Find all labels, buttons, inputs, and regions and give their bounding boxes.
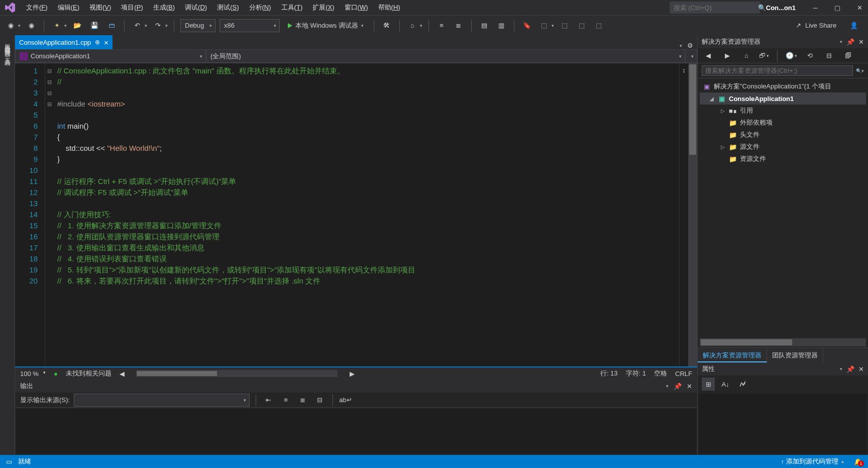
se-history-icon[interactable]: 🕘▾ — [786, 52, 797, 59]
menu-file[interactable]: 文件(F) — [22, 1, 52, 14]
se-hscroll-thumb[interactable] — [701, 339, 792, 345]
tab-close-icon[interactable]: × — [104, 38, 108, 47]
save-button[interactable]: 💾 — [88, 19, 101, 32]
se-sync-icon[interactable]: 🗗▾ — [759, 52, 769, 59]
overview-ruler[interactable]: ↕ — [679, 63, 688, 366]
window-close-icon[interactable]: ✕ — [855, 3, 864, 12]
open-file-button[interactable]: 📂 — [71, 19, 84, 32]
menu-view[interactable]: 视图(V) — [85, 1, 115, 14]
menu-edit[interactable]: 编辑(E) — [54, 1, 83, 14]
source-control-button[interactable]: ↑ 添加到源代码管理 ▲ — [778, 457, 848, 466]
toolbar-icon-2[interactable]: ⌂▾ — [406, 19, 422, 32]
solution-node[interactable]: ▣ 解决方案"ConsoleApplication1"(1 个项目 — [700, 80, 866, 92]
editor-vscrollbar[interactable] — [688, 63, 697, 366]
tab-active[interactable]: ConsoleApplication1.cpp ⊕ × — [15, 35, 113, 49]
vscroll-thumb[interactable] — [689, 64, 696, 155]
comment-icon[interactable]: ▤ — [478, 19, 491, 32]
properties-body[interactable] — [699, 394, 867, 454]
props-cat-icon[interactable]: ⊞ — [702, 378, 715, 391]
tree-node[interactable]: 📁 资源文件 — [700, 153, 866, 165]
output-tb-icon-4[interactable]: ⊟ — [313, 394, 327, 407]
live-share-button[interactable]: ↗ Live Share 👤 — [790, 22, 864, 29]
hscroll-right-icon[interactable]: ▶ — [350, 370, 355, 378]
tree-node[interactable]: ▷ 📁 源文件 — [700, 141, 866, 153]
new-project-button[interactable]: ✦▾ — [50, 19, 67, 32]
tab-solution-explorer[interactable]: 解决方案资源管理器 — [698, 348, 767, 362]
nav-project-combo[interactable]: ConsoleApplication1 — [15, 49, 206, 63]
menu-debug[interactable]: 调试(D) — [181, 1, 211, 14]
platform-combo[interactable]: x86 — [220, 19, 280, 32]
tab-settings-gear-icon[interactable]: ⚙ — [687, 42, 693, 49]
props-close-icon[interactable]: ✕ — [858, 365, 864, 373]
save-all-button[interactable]: 🗃 — [105, 19, 118, 32]
bookmark-icon[interactable]: 🔖 — [520, 19, 533, 32]
menu-help[interactable]: 帮助(H) — [374, 1, 404, 14]
start-debug-button[interactable]: 本地 Windows 调试器 ▾ — [284, 19, 368, 32]
toolbar-icon-11[interactable]: ⬚ — [575, 19, 588, 32]
toolbar-outdent-icon[interactable]: ≣ — [452, 19, 465, 32]
redo-button[interactable]: ↷▾ — [151, 19, 168, 32]
se-pin-icon[interactable]: 📌 — [846, 38, 854, 46]
tree-node[interactable]: 📁 头文件 — [700, 129, 866, 141]
output-close-icon[interactable]: ✕ — [687, 383, 692, 390]
se-refresh-icon[interactable]: ⟲ — [803, 49, 816, 62]
hscroll-thumb[interactable] — [137, 371, 217, 376]
menu-analyze[interactable]: 分析(N) — [245, 1, 275, 14]
code-area[interactable]: // ConsoleApplication1.cpp : 此文件包含 "main… — [53, 63, 679, 366]
toolbox-tab[interactable]: 工具箱 — [3, 53, 12, 56]
toolbar-icon-9[interactable]: ⬚▾ — [537, 19, 554, 32]
se-collapse-icon[interactable]: ⊟ — [822, 49, 835, 62]
window-maximize-icon[interactable]: ▢ — [833, 3, 842, 12]
uncomment-icon[interactable]: ▥ — [495, 19, 508, 32]
split-icon[interactable]: ↕ — [682, 66, 686, 74]
se-back-icon[interactable]: ◀ — [702, 49, 715, 62]
user-icon[interactable]: 👤 — [850, 22, 858, 29]
menu-extensions[interactable]: 扩展(X) — [308, 1, 338, 14]
output-wrap-icon[interactable]: ab↵ — [339, 394, 352, 407]
project-node[interactable]: ◢ ▣ ConsoleApplication1 — [700, 92, 866, 105]
props-events-icon[interactable]: 🗲 — [736, 378, 749, 391]
fold-column[interactable]: ⊟ ⊟ ⊟ ⊟ — [45, 63, 53, 366]
server-explorer-tab[interactable]: 服务器资源管理器 — [3, 39, 12, 47]
pin-icon[interactable]: ⊕ — [95, 39, 100, 46]
expander-icon[interactable]: ◢ — [709, 96, 715, 102]
se-menu-icon[interactable]: ▾ — [840, 39, 842, 44]
quick-launch[interactable]: 🔍 — [670, 2, 760, 14]
quick-launch-input[interactable] — [674, 4, 758, 12]
output-tb-icon-1[interactable]: ⇤ — [262, 394, 275, 407]
nav-back-button[interactable]: ◉▾ — [4, 19, 21, 32]
toolbar-icon-10[interactable]: ⬚ — [558, 19, 571, 32]
menu-project[interactable]: 项目(P) — [117, 1, 147, 14]
expander-icon[interactable]: ▷ — [720, 144, 726, 150]
props-menu-icon[interactable]: ▾ — [840, 366, 842, 371]
zoom-combo[interactable]: 100 % — [20, 370, 46, 378]
nav-scope-combo[interactable]: (全局范围) — [206, 49, 685, 63]
nav-member-combo[interactable] — [685, 49, 697, 63]
toolbar-icon-1[interactable]: 🛠 — [380, 19, 393, 32]
tab-team-explorer[interactable]: 团队资源管理器 — [767, 348, 823, 362]
menu-tools[interactable]: 工具(T) — [277, 1, 307, 14]
props-az-icon[interactable]: A↓ — [719, 378, 732, 391]
config-combo[interactable]: Debug — [180, 19, 215, 32]
se-search-input[interactable] — [702, 65, 853, 76]
notifications-button[interactable]: 🔔 1 — [854, 458, 862, 465]
tree-node[interactable]: ▷ ■∎ 引用 — [700, 105, 866, 117]
se-showall-icon[interactable]: 🗐 — [841, 49, 854, 62]
output-tb-icon-2[interactable]: ≡ — [279, 394, 292, 407]
editor-hscrollbar[interactable] — [137, 370, 338, 377]
se-search-options-icon[interactable]: 🔍▾ — [856, 68, 864, 73]
window-minimize-icon[interactable]: ─ — [811, 3, 820, 12]
menu-test[interactable]: 测试(S) — [213, 1, 243, 14]
toolbar-icon-12[interactable]: ⬚ — [592, 19, 605, 32]
props-pin-icon[interactable]: 📌 — [846, 365, 854, 373]
se-close-icon[interactable]: ✕ — [858, 38, 864, 46]
undo-button[interactable]: ↶▾ — [131, 19, 147, 32]
menu-build[interactable]: 生成(B) — [149, 1, 179, 14]
output-menu-icon[interactable]: ▾ — [666, 384, 669, 389]
output-body[interactable] — [16, 409, 696, 454]
solution-tree[interactable]: ▣ 解决方案"ConsoleApplication1"(1 个项目 ◢ ▣ Co… — [698, 78, 868, 337]
se-home-icon[interactable]: ⌂ — [740, 49, 753, 62]
se-hscrollbar[interactable] — [700, 338, 866, 346]
tree-node[interactable]: 📁 外部依赖项 — [700, 117, 866, 129]
hscroll-left-icon[interactable]: ◀ — [120, 370, 125, 378]
